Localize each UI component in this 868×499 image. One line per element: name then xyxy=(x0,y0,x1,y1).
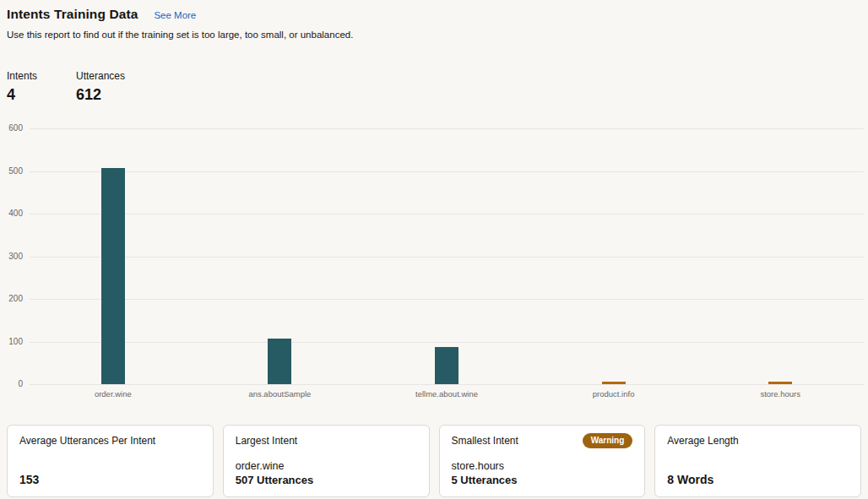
utterances-bar-chart: 0100200300400500600order.wineans.aboutSa… xyxy=(0,128,868,407)
card-intent-name: store.hours xyxy=(452,460,633,473)
card-intent-name: order.wine xyxy=(236,460,417,473)
stat-intents-label: Intents xyxy=(7,70,76,82)
card-largest-intent: Largest Intent order.wine 507 Utterances xyxy=(223,425,430,497)
bar-product.info[interactable] xyxy=(602,382,626,384)
gridline-500 xyxy=(30,171,864,172)
report-header: Intents Training Data See More Use this … xyxy=(7,7,861,22)
stat-utterances-label: Utterances xyxy=(76,70,125,82)
gridline-100 xyxy=(30,342,864,343)
stat-utterances: Utterances 612 xyxy=(76,70,125,104)
warning-badge: Warning xyxy=(583,433,633,448)
card-smallest-intent: Smallest Intent Warning store.hours 5 Ut… xyxy=(439,425,646,497)
card-value: 5 Utterances xyxy=(452,474,633,486)
x-label-tellme.about.wine: tellme.about.wine xyxy=(375,389,518,399)
card-label: Average Utterances Per Intent xyxy=(19,435,155,447)
x-label-store.hours: store.hours xyxy=(708,389,852,399)
card-label: Smallest Intent xyxy=(452,435,518,447)
gridline-400 xyxy=(30,214,864,214)
card-value: 153 xyxy=(19,473,201,486)
y-tick-0: 0 xyxy=(0,379,23,388)
gridline-0 xyxy=(30,384,864,385)
summary-stats: Intents 4 Utterances 612 xyxy=(7,70,125,104)
stat-intents-value: 4 xyxy=(7,86,76,104)
y-tick-100: 100 xyxy=(0,337,23,346)
card-value: 8 Words xyxy=(667,473,849,486)
card-average-length: Average Length 8 Words xyxy=(654,425,861,497)
gridline-600 xyxy=(30,128,864,129)
x-label-product.info: product.info xyxy=(542,389,686,399)
bar-order.wine[interactable] xyxy=(101,168,125,384)
gridline-200 xyxy=(30,299,864,300)
bar-ans.aboutSample[interactable] xyxy=(268,339,291,384)
x-label-order.wine: order.wine xyxy=(41,389,185,399)
stat-intents: Intents 4 xyxy=(7,70,76,104)
report-description: Use this report to find out if the train… xyxy=(7,30,353,40)
y-tick-400: 400 xyxy=(0,209,23,218)
card-label: Average Length xyxy=(667,435,739,447)
see-more-link[interactable]: See More xyxy=(154,10,196,20)
stat-utterances-value: 612 xyxy=(76,86,125,104)
card-average-utterances: Average Utterances Per Intent 153 xyxy=(7,425,214,497)
y-tick-500: 500 xyxy=(0,166,23,176)
x-label-ans.aboutSample: ans.aboutSample xyxy=(208,389,351,399)
card-value: 507 Utterances xyxy=(236,474,417,486)
metric-cards: Average Utterances Per Intent 153 Larges… xyxy=(7,425,861,497)
y-tick-600: 600 xyxy=(0,123,23,133)
title-row: Intents Training Data See More xyxy=(7,7,861,22)
bar-tellme.about.wine[interactable] xyxy=(435,347,458,384)
y-tick-300: 300 xyxy=(0,252,23,261)
page-title: Intents Training Data xyxy=(7,7,138,22)
y-tick-200: 200 xyxy=(0,294,23,303)
bar-store.hours[interactable] xyxy=(768,382,792,384)
gridline-300 xyxy=(30,257,864,258)
card-label: Largest Intent xyxy=(236,435,297,447)
